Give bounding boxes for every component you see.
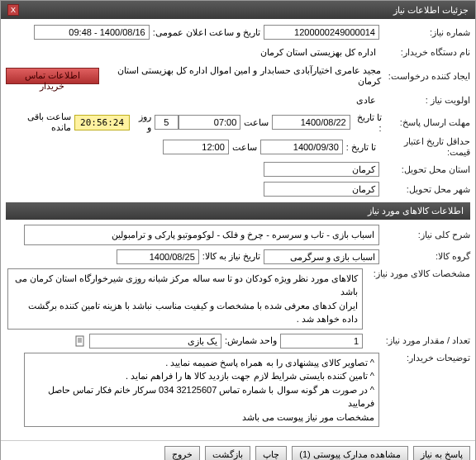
row-creator: ایجاد کننده درخواست: مجید عامری اختیارآب… [6, 64, 470, 88]
field-need-number: 1200000249000014 [264, 25, 379, 40]
label-buyer-notes: توضیحات خریدار: [379, 353, 470, 363]
field-validity-time: 12:00 [163, 140, 229, 154]
label-date-need-goods: تاریخ نیاز به کالا: [202, 251, 260, 262]
row-buyer: نام دستگاه خریدار: اداره کل بهزیستی استا… [6, 44, 470, 60]
label-qty: تعداد / مقدار مورد نیاز: [363, 335, 470, 346]
reply-button[interactable]: پاسخ به نیاز [413, 446, 470, 460]
label-time-2: ساعت [232, 142, 257, 153]
field-deadline-time: 07:00 [178, 115, 241, 130]
field-date-need-goods: 1400/08/25 [117, 249, 199, 264]
label-need-number: شماره نیاز: [379, 27, 470, 38]
value-creator: مجید عامری اختیارآبادی حسابدار و امین ام… [104, 64, 384, 88]
footer-buttons: پاسخ به نیاز مشاهده مدارک پیوستی (1) چاپ… [1, 440, 475, 460]
row-validity: حداقل تاریخ اعتبار قیمت: تا تاریخ : 1400… [6, 136, 470, 158]
form-body: شماره نیاز: 1200000249000014 تاریخ و ساع… [1, 19, 475, 435]
days-remaining: 5 [155, 115, 178, 130]
label-general-desc: شرح کلی نیاز: [379, 230, 470, 240]
row-qty: تعداد / مقدار مورد نیاز: 1 واحد شمارش: ی… [6, 333, 470, 349]
value-buyer: اداره کل بهزیستی استان کرمان [257, 45, 379, 59]
label-priority: اولویت نیاز : [379, 95, 470, 106]
field-qty: 1 [280, 334, 363, 349]
label-buyer: نام دستگاه خریدار: [379, 47, 470, 58]
label-city: شهر محل تحویل: [379, 184, 470, 195]
field-state: کرمان [264, 162, 379, 177]
row-priority: اولویت نیاز : عادی [6, 92, 470, 108]
field-goods-spec: کالاهای مورد نظر ویژه کودکان دو تا سه سا… [7, 268, 363, 330]
titlebar: جزئیات اطلاعات نیاز X [1, 1, 475, 19]
row-city: شهر محل تحویل: کرمان [6, 181, 470, 197]
field-deadline-date: 1400/08/22 [272, 115, 350, 130]
back-button[interactable]: بازگشت [205, 446, 250, 460]
field-unit: یک بازی [89, 334, 221, 349]
field-validity-date: 1400/09/30 [260, 140, 343, 154]
attachments-button[interactable]: مشاهده مدارک پیوستی (1) [292, 446, 408, 460]
page-icon [74, 335, 86, 347]
field-goods-group: اسباب بازی و سرگرمی [264, 249, 379, 264]
row-deadline: مهلت ارسال پاسخ: تا تاریخ : 1400/08/22 س… [6, 111, 470, 133]
field-buyer-notes: ^ تصاویر کالای پیشنهادی را به همراه پاسخ… [24, 353, 379, 428]
row-state: استان محل تحویل: کرمان [6, 161, 470, 178]
exit-button[interactable]: خروج [164, 446, 200, 460]
label-announce-datetime: تاریخ و ساعت اعلان عمومی: [153, 27, 260, 38]
value-priority: عادی [353, 93, 379, 107]
label-validity: حداقل تاریخ اعتبار قیمت: [379, 136, 470, 158]
need-details-window: جزئیات اطلاعات نیاز X شماره نیاز: 120000… [0, 0, 476, 460]
label-deadline: مهلت ارسال پاسخ: [385, 117, 470, 128]
label-to-date-2: تا تاریخ : [346, 142, 376, 153]
svg-rect-0 [76, 336, 83, 346]
contact-buyer-button[interactable]: اطلاعات تماس خریدار [6, 68, 99, 84]
label-unit: واحد شمارش: [225, 335, 277, 346]
field-announce-datetime: 1400/08/16 - 09:48 [34, 25, 150, 40]
row-goods-group: گروه کالا: اسباب بازی و سرگرمی تاریخ نیا… [6, 249, 470, 265]
print-button[interactable]: چاپ [255, 446, 287, 460]
label-goods-group: گروه کالا: [379, 251, 470, 262]
label-day-and: روز و [133, 111, 151, 133]
row-need-number: شماره نیاز: 1200000249000014 تاریخ و ساع… [6, 24, 470, 40]
label-goods-spec: مشخصات کالای مورد نیاز: [363, 268, 470, 279]
window-title: جزئیات اطلاعات نیاز [393, 5, 469, 16]
close-icon[interactable]: X [7, 4, 19, 16]
label-hours-remaining: ساعت باقی مانده [9, 111, 71, 133]
row-goods-spec: مشخصات کالای مورد نیاز: کالاهای مورد نظر… [6, 268, 470, 330]
section-goods-header: اطلاعات کالاهای مورد نیاز [6, 202, 470, 220]
row-general-desc: شرح کلی نیاز: اسباب بازی - تاب و سرسره -… [6, 225, 470, 245]
label-to-date-1: تا تاریخ : [354, 112, 382, 133]
field-general-desc: اسباب بازی - تاب و سرسره - چرخ و فلک - ل… [24, 225, 379, 245]
label-creator: ایجاد کننده درخواست: [384, 71, 470, 82]
field-city: کرمان [264, 182, 379, 197]
countdown-timer: 20:56:24 [74, 115, 130, 130]
row-buyer-notes: توضیحات خریدار: ^ تصاویر کالای پیشنهادی … [6, 353, 470, 428]
label-time-1: ساعت [244, 117, 269, 128]
label-state: استان محل تحویل: [379, 164, 470, 175]
